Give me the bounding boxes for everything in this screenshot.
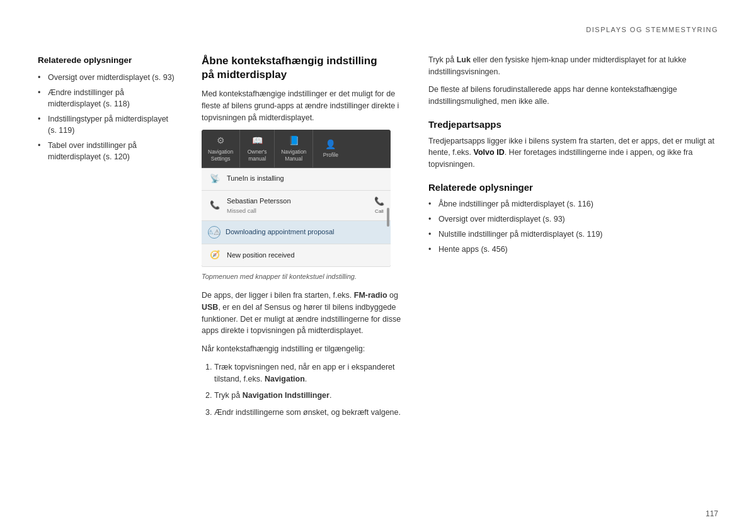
right-para-2: De fleste af bilens forudinstallerede ap… (428, 84, 718, 108)
right-related-title: Relaterede oplysninger (428, 181, 718, 195)
download-text: Downloading appointment proposal (226, 227, 384, 237)
screen-rows: 📡 TuneIn is installing 📞 Sebastian Peter… (202, 168, 391, 268)
list-item: Hente apps (s. 456) (428, 244, 718, 255)
numbered-steps: Træk topvisningen ned, når en app er i e… (202, 361, 403, 419)
sebastian-text: Sebastian Petersson Missed call (227, 196, 369, 215)
screen-tab-owners-manual[interactable]: 📖 Owner'smanual (240, 130, 275, 167)
list-item: Indstillingstyper på midterdisplayet (s.… (38, 113, 176, 136)
screen-row-sebastian: 📞 Sebastian Petersson Missed call 📞 Call (202, 191, 391, 222)
screen-tab-nav-manual[interactable]: 📘 NavigationManual (275, 130, 313, 167)
sebastian-sub-line: Missed call (227, 207, 369, 215)
right-para-1: Tryk på Luk eller den fysiske hjem-knap … (428, 54, 718, 78)
usb-bold: USB (202, 303, 218, 312)
settings-icon: ⚙ (217, 135, 225, 146)
tredjepartsapps-text: Tredjepartsapps ligger ikke i bilens sys… (428, 135, 718, 171)
chapter-title: DISPLAYS OG STEMMESTYRING (586, 26, 718, 33)
screen-row-position: 🧭 New position received (202, 244, 391, 267)
scrollbar-indicator (387, 208, 389, 227)
middle-column: Åbne kontekstafhængig indstilling på mid… (202, 54, 403, 424)
tab-label-profile: Profile (323, 152, 338, 159)
download-warning-icon: ⚠ (208, 226, 220, 239)
tunein-text: TuneIn is installing (227, 174, 384, 184)
screen-rows-wrapper: 📡 TuneIn is installing 📞 Sebastian Peter… (202, 168, 391, 268)
screen-top-bar: ⚙ NavigationSettings 📖 Owner'smanual 📘 N… (202, 130, 391, 167)
call-icon: 📞 (374, 196, 384, 208)
screen-row-download: ⚠ Downloading appointment proposal (202, 221, 391, 244)
body-para-1: De apps, der ligger i bilen fra starten,… (202, 290, 403, 337)
list-item: Oversigt over midterdisplayet (s. 93) (38, 72, 176, 83)
list-item: Oversigt over midterdisplayet (s. 93) (428, 213, 718, 225)
list-item: Åbne indstillinger på midterdisplayet (s… (428, 198, 718, 210)
luk-bold: Luk (457, 55, 471, 64)
tredjepartsapps-section: Tredjepartsapps Tredjepartsapps ligger i… (428, 118, 718, 171)
left-bullet-list: Oversigt over midterdisplayet (s. 93) Æn… (38, 72, 176, 163)
step-3: Ændr indstillingerne som ønsket, og bekr… (214, 407, 403, 419)
screen-row-tunein: 📡 TuneIn is installing (202, 168, 391, 191)
sebastian-main-line: Sebastian Petersson (227, 196, 369, 207)
list-item: Ændre indstillinger på midterdisplayet (… (38, 87, 176, 110)
navigation-indstillinger-bold: Navigation Indstillinger (243, 391, 329, 400)
call-label: Call (375, 208, 384, 214)
right-bullet-list: Åbne indstillinger på midterdisplayet (s… (428, 198, 718, 256)
call-action[interactable]: 📞 Call (374, 196, 384, 216)
main-heading-line1: Åbne kontekstafhængig indstilling (202, 55, 377, 67)
chapter-header: DISPLAYS OG STEMMESTYRING (38, 25, 718, 35)
navigation-bold-1: Navigation (265, 375, 305, 383)
phone-icon: 📞 (208, 200, 222, 212)
fm-radio-bold: FM-radio (354, 291, 387, 300)
left-section-title: Relaterede oplysninger (38, 54, 176, 67)
left-column: Relaterede oplysninger Oversigt over mid… (38, 54, 176, 424)
main-heading-line2: på midterdisplay (202, 69, 287, 81)
position-main-line: New position received (227, 251, 384, 261)
list-item: Nulstille indstillinger på midterdisplay… (428, 229, 718, 240)
main-heading: Åbne kontekstafhængig indstilling på mid… (202, 54, 403, 82)
intro-text: Med kontekstafhængige indstillinger er d… (202, 88, 403, 123)
body-para-2: Når kontekstafhængig indstilling er tilg… (202, 343, 403, 355)
tunein-main-line: TuneIn is installing (227, 174, 384, 184)
page-number: 117 (706, 509, 718, 519)
right-top-paragraphs: Tryk på Luk eller den fysiske hjem-knap … (428, 54, 718, 108)
tab-label-owners-manual: Owner'smanual (248, 149, 267, 162)
list-item: Tabel over indstillinger på midterdispla… (38, 140, 176, 162)
right-related-section: Relaterede oplysninger Åbne indstillinge… (428, 181, 718, 255)
compass-icon: 🧭 (208, 249, 222, 261)
tab-label-nav-manual: NavigationManual (281, 149, 306, 162)
screen-mockup: ⚙ NavigationSettings 📖 Owner'smanual 📘 N… (202, 130, 391, 267)
tunein-icon: 📡 (208, 173, 222, 185)
step-1: Træk topvisningen ned, når en app er i e… (214, 361, 403, 385)
tredjepartsapps-title: Tredjepartsapps (428, 118, 718, 132)
profile-icon: 👤 (325, 139, 336, 150)
position-text: New position received (227, 251, 384, 261)
step-2: Tryk på Navigation Indstillinger. (214, 390, 403, 402)
nav-manual-icon: 📘 (289, 135, 299, 146)
right-column: Tryk på Luk eller den fysiske hjem-knap … (428, 54, 718, 424)
volvo-id-bold: Volvo ID (474, 148, 505, 157)
book-icon: 📖 (252, 135, 263, 146)
page: DISPLAYS OG STEMMESTYRING Relaterede opl… (0, 0, 756, 532)
download-main-line: Downloading appointment proposal (226, 227, 384, 237)
screen-tab-settings[interactable]: ⚙ NavigationSettings (202, 130, 240, 167)
screen-caption: Topmenuen med knapper til kontekstuel in… (202, 272, 403, 282)
screen-tab-profile[interactable]: 👤 Profile (313, 130, 348, 167)
tab-label-settings: NavigationSettings (208, 149, 233, 162)
